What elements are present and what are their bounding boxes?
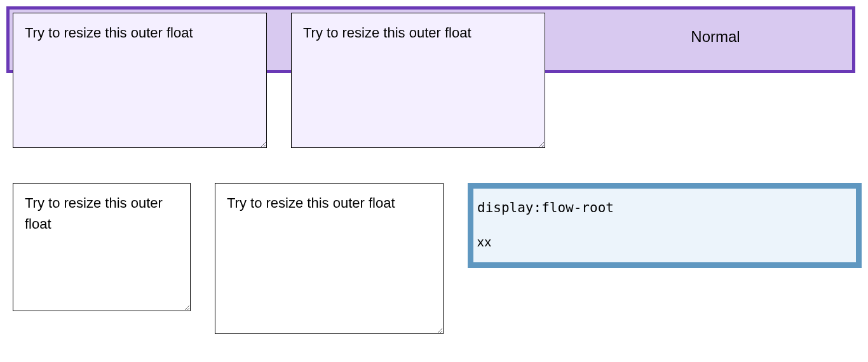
resizable-float-box-2[interactable]: Try to resize this outer float	[291, 13, 545, 148]
float-box-text: Try to resize this outer float	[303, 25, 471, 41]
bottom-row: Try to resize this outer float Try to re…	[6, 183, 862, 334]
info-line-1: display:flow-root	[477, 200, 852, 215]
float-box-text: Try to resize this outer float	[25, 195, 163, 232]
resizable-float-box-1[interactable]: Try to resize this outer float	[13, 13, 267, 148]
info-line-2: xx	[477, 234, 852, 250]
top-row-content: Try to resize this outer float Try to re…	[6, 6, 862, 148]
float-box-text: Try to resize this outer float	[227, 195, 395, 211]
normal-label-text: Normal	[691, 28, 740, 45]
resizable-float-box-4[interactable]: Try to resize this outer float	[215, 183, 444, 334]
normal-label: Normal	[569, 13, 862, 148]
top-row-container: Try to resize this outer float Try to re…	[6, 6, 862, 148]
resizable-float-box-3[interactable]: Try to resize this outer float	[13, 183, 191, 311]
float-box-text: Try to resize this outer float	[25, 25, 193, 41]
flow-root-info-box: display:flow-root xx	[468, 183, 862, 268]
